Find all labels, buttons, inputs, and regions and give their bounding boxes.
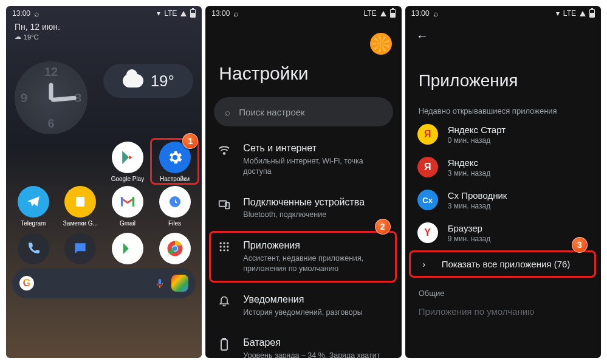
- step-badge-1: 1: [182, 133, 198, 149]
- section-general: Общие: [405, 279, 601, 300]
- search-icon: ⌕: [233, 9, 238, 18]
- svg-rect-0: [76, 197, 84, 207]
- status-bar: 13:00⌕ ▾LTE: [405, 6, 601, 19]
- weather-temp: 19°: [151, 72, 174, 91]
- dock-messages[interactable]: [58, 233, 103, 264]
- app-notes[interactable]: Заметки G...: [58, 186, 103, 227]
- settings-notifications[interactable]: УведомленияИстория уведомлений, разговор…: [205, 284, 401, 328]
- signal-icon: [380, 11, 386, 16]
- weather-widget[interactable]: 19°: [103, 64, 193, 98]
- wifi-icon: ▾: [157, 9, 160, 18]
- battery-icon: [190, 9, 196, 18]
- dock-chrome[interactable]: [153, 233, 197, 264]
- search-icon: ⌕: [433, 9, 438, 18]
- phone-home-screen: 13:00⌕ ▾LTE Пн, 12 июн. ☁ 19°C 12369 19°…: [6, 6, 202, 358]
- phone-settings-screen: 13:00⌕ LTE Настройки ⌕ Поиск настроек Се…: [205, 6, 401, 358]
- phone-apps-screen: 13:00⌕ ▾LTE ← Приложения Недавно открыва…: [405, 6, 601, 358]
- wifi-icon: [218, 143, 231, 157]
- dock-phone[interactable]: [11, 233, 56, 264]
- svg-point-13: [227, 242, 228, 244]
- svg-point-15: [224, 246, 225, 248]
- search-placeholder: Поиск настроек: [239, 107, 304, 117]
- svg-point-14: [220, 246, 222, 248]
- app-icon: Y: [417, 222, 438, 243]
- dock-playstore[interactable]: [105, 233, 150, 264]
- network-label: LTE: [164, 9, 177, 18]
- chevron-right-icon: ›: [417, 259, 431, 269]
- svg-point-12: [224, 242, 225, 244]
- app-gmail[interactable]: Gmail: [105, 186, 150, 227]
- settings-apps[interactable]: 2 ПриложенияАссистент, недавние приложен…: [205, 230, 401, 284]
- search-icon: ⌕: [34, 9, 39, 18]
- wifi-icon: ▾: [556, 9, 560, 18]
- recent-app-yandex-start[interactable]: Я Яндекс Старт0 мин. назад: [405, 118, 601, 151]
- app-google-play[interactable]: Google Play: [105, 142, 150, 182]
- bell-icon: [218, 295, 231, 307]
- settings-connected[interactable]: Подключенные устройстваBluetooth, подклю…: [205, 187, 401, 230]
- apps-grid-icon: [218, 241, 231, 253]
- svg-point-17: [220, 249, 222, 251]
- svg-rect-20: [221, 340, 227, 350]
- section-recent: Недавно открывавшиеся приложения: [405, 101, 601, 118]
- svg-point-16: [227, 246, 228, 248]
- app-files[interactable]: Files: [153, 186, 197, 227]
- step-badge-3: 3: [572, 237, 588, 253]
- status-time: 13:00: [12, 9, 30, 18]
- svg-point-8: [224, 153, 225, 154]
- svg-point-18: [224, 249, 225, 251]
- settings-battery[interactable]: БатареяУровень заряда – 34 %. Заряда хва…: [205, 327, 401, 358]
- settings-search[interactable]: ⌕ Поиск настроек: [214, 97, 393, 126]
- svg-rect-6: [159, 279, 162, 284]
- recent-app-cx[interactable]: Cx Cx Проводник3 мин. назад: [405, 184, 601, 216]
- signal-icon: [180, 11, 187, 16]
- date-widget[interactable]: Пн, 12 июн.: [6, 19, 202, 32]
- search-icon: ⌕: [225, 107, 230, 117]
- status-bar: 13:00⌕ LTE: [205, 6, 401, 19]
- devices-icon: [218, 197, 231, 211]
- battery-icon: [589, 9, 595, 18]
- default-apps-row[interactable]: Приложения по умолчанию: [405, 300, 601, 317]
- page-title: Приложения: [405, 43, 601, 101]
- app-telegram[interactable]: Telegram: [11, 186, 56, 227]
- clock-widget[interactable]: 12369: [15, 61, 87, 134]
- back-button[interactable]: ←: [405, 19, 601, 43]
- show-all-apps[interactable]: 3 › Показать все приложения (76): [405, 249, 601, 279]
- settings-network[interactable]: Сеть и интернетМобильный интернет, Wi-Fi…: [205, 132, 401, 187]
- google-search-bar[interactable]: G: [12, 268, 196, 298]
- google-logo-icon: G: [19, 276, 34, 290]
- step-badge-2: 2: [375, 219, 391, 235]
- app-icon: Cx: [417, 190, 438, 210]
- svg-rect-21: [223, 338, 225, 340]
- app-settings[interactable]: 1 Настройки: [153, 142, 197, 182]
- signal-icon: [580, 11, 586, 16]
- mic-icon[interactable]: [154, 276, 165, 290]
- cloud-icon: [123, 74, 143, 88]
- recent-app-yandex[interactable]: Я Яндекс3 мин. назад: [405, 151, 601, 184]
- app-icon: Я: [417, 157, 438, 177]
- battery-item-icon: [218, 338, 231, 351]
- svg-point-19: [227, 249, 228, 251]
- page-title: Настройки: [205, 19, 401, 97]
- status-bar: 13:00⌕ ▾LTE: [6, 6, 202, 19]
- app-icon: Я: [417, 124, 438, 145]
- svg-point-11: [220, 242, 222, 244]
- battery-icon: [390, 9, 396, 18]
- temp-small[interactable]: ☁ 19°C: [6, 32, 202, 42]
- profile-avatar[interactable]: [370, 33, 392, 55]
- camera-icon[interactable]: [171, 275, 188, 292]
